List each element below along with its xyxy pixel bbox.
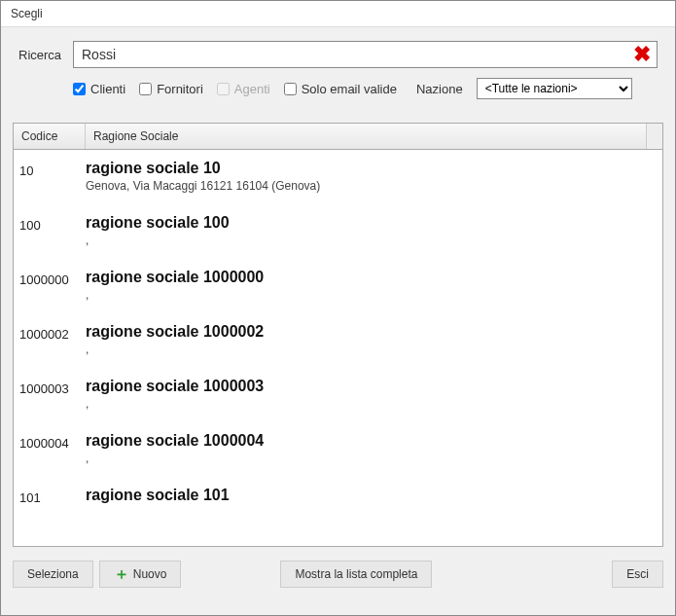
search-label: Ricerca bbox=[18, 48, 65, 62]
row-title: ragione sociale 1000004 bbox=[86, 432, 653, 450]
row-subtitle: , bbox=[86, 234, 653, 247]
checkbox-agenti-input bbox=[217, 83, 230, 95]
results-grid: Codice Ragione Sociale 10ragione sociale… bbox=[13, 123, 663, 547]
select-button[interactable]: Seleziona bbox=[13, 561, 93, 588]
col-header-scroll-gutter bbox=[647, 124, 662, 149]
table-row[interactable]: 1000002ragione sociale 1000002, bbox=[14, 313, 662, 368]
row-title: ragione sociale 1000003 bbox=[86, 378, 653, 395]
search-input[interactable] bbox=[74, 43, 631, 66]
table-row[interactable]: 1000000ragione sociale 1000000, bbox=[14, 259, 662, 313]
row-code: 100 bbox=[14, 214, 86, 247]
new-button-label: Nuovo bbox=[133, 567, 167, 581]
row-code: 1000003 bbox=[14, 378, 86, 411]
checkbox-solo-email[interactable]: Solo email valide bbox=[284, 82, 397, 96]
plus-icon: ＋ bbox=[114, 566, 129, 582]
row-subtitle: Genova, Via Macaggi 16121 16104 (Genova) bbox=[86, 179, 653, 193]
checkbox-fornitori-label: Fornitori bbox=[157, 82, 203, 96]
grid-header: Codice Ragione Sociale bbox=[14, 124, 662, 150]
row-title: ragione sociale 100 bbox=[86, 214, 653, 232]
row-subtitle: , bbox=[86, 452, 653, 465]
col-header-code[interactable]: Codice bbox=[14, 124, 86, 149]
row-body: ragione sociale 101 bbox=[86, 487, 662, 518]
row-subtitle: , bbox=[86, 343, 653, 356]
table-row[interactable]: 101ragione sociale 101 bbox=[14, 477, 662, 529]
checkbox-clienti-input[interactable] bbox=[73, 83, 86, 95]
footer: Seleziona ＋ Nuovo Mostra la lista comple… bbox=[1, 553, 675, 598]
row-subtitle bbox=[86, 506, 653, 518]
checkbox-agenti-label: Agenti bbox=[234, 82, 270, 96]
search-input-wrap: ✖ bbox=[73, 41, 658, 68]
exit-button[interactable]: Esci bbox=[612, 561, 663, 588]
search-area: Ricerca ✖ Clienti Fornitori Agenti Solo … bbox=[1, 27, 675, 109]
row-code: 10 bbox=[14, 160, 86, 193]
grid-body[interactable]: 10ragione sociale 10Genova, Via Macaggi … bbox=[14, 150, 662, 546]
row-body: ragione sociale 1000004, bbox=[86, 432, 662, 465]
table-row[interactable]: 10ragione sociale 10Genova, Via Macaggi … bbox=[14, 150, 662, 204]
checkbox-solo-email-label: Solo email valide bbox=[302, 82, 397, 96]
row-title: ragione sociale 10 bbox=[86, 160, 653, 177]
row-code: 101 bbox=[14, 487, 86, 518]
row-body: ragione sociale 1000003, bbox=[86, 378, 662, 411]
checkbox-clienti[interactable]: Clienti bbox=[73, 82, 125, 96]
checkbox-fornitori-input[interactable] bbox=[139, 83, 152, 95]
clear-search-icon[interactable]: ✖ bbox=[631, 44, 653, 65]
table-row[interactable]: 1000004ragione sociale 1000004, bbox=[14, 422, 662, 477]
row-body: ragione sociale 1000002, bbox=[86, 323, 662, 356]
checkbox-agenti: Agenti bbox=[217, 82, 270, 96]
row-code: 1000002 bbox=[14, 323, 86, 356]
checkbox-solo-email-input[interactable] bbox=[284, 83, 297, 95]
row-body: ragione sociale 10Genova, Via Macaggi 16… bbox=[86, 160, 662, 193]
row-title: ragione sociale 1000000 bbox=[86, 269, 653, 286]
row-body: ragione sociale 1000000, bbox=[86, 269, 662, 302]
window-title: Scegli bbox=[1, 1, 675, 27]
table-row[interactable]: 100ragione sociale 100, bbox=[14, 204, 662, 259]
new-button[interactable]: ＋ Nuovo bbox=[99, 561, 182, 588]
table-row[interactable]: 1000003ragione sociale 1000003, bbox=[14, 368, 662, 422]
row-code: 1000004 bbox=[14, 432, 86, 465]
row-code: 1000000 bbox=[14, 269, 86, 302]
show-full-list-button[interactable]: Mostra la lista completa bbox=[280, 561, 432, 588]
row-title: ragione sociale 101 bbox=[86, 487, 653, 504]
row-subtitle: , bbox=[86, 397, 653, 411]
row-body: ragione sociale 100, bbox=[86, 214, 662, 247]
nation-select[interactable]: <Tutte le nazioni> bbox=[477, 78, 632, 99]
row-title: ragione sociale 1000002 bbox=[86, 323, 653, 341]
col-header-name[interactable]: Ragione Sociale bbox=[86, 124, 647, 149]
checkbox-fornitori[interactable]: Fornitori bbox=[139, 82, 203, 96]
row-subtitle: , bbox=[86, 288, 653, 302]
checkbox-clienti-label: Clienti bbox=[90, 82, 125, 96]
nation-label: Nazione bbox=[416, 82, 463, 96]
